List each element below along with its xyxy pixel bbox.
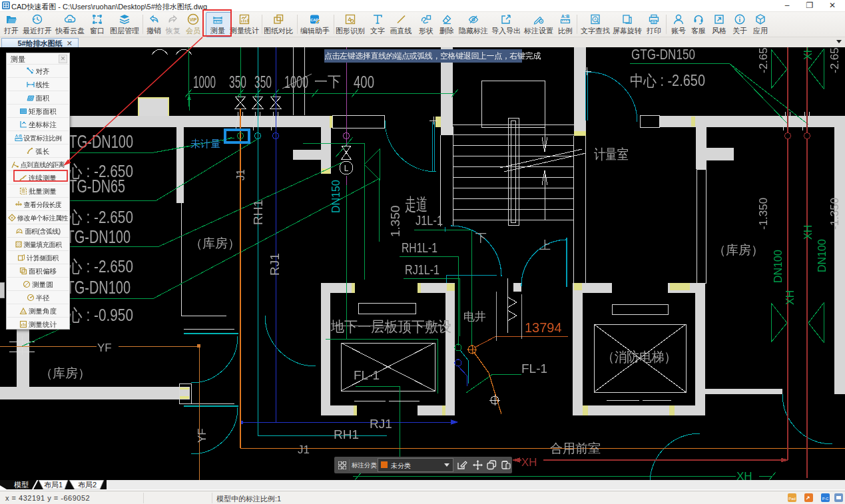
svg-text:XH: XH bbox=[736, 470, 752, 480]
svg-text:（库房）: （库房） bbox=[40, 366, 91, 380]
svg-text:A:B: A:B bbox=[15, 134, 22, 138]
svg-text:XH: XH bbox=[802, 47, 814, 60]
svg-text:RH1L-1: RH1L-1 bbox=[402, 240, 437, 255]
svg-text:350: 350 bbox=[229, 73, 246, 91]
svg-text:RH1: RH1 bbox=[251, 200, 265, 225]
svg-text:计量室: 计量室 bbox=[594, 146, 629, 162]
svg-text:一下: 一下 bbox=[314, 73, 341, 90]
svg-text:400: 400 bbox=[354, 73, 374, 91]
svg-text:RJ1L-1: RJ1L-1 bbox=[405, 262, 439, 277]
svg-text:DN100: DN100 bbox=[816, 239, 828, 272]
svg-text:1000: 1000 bbox=[193, 73, 216, 91]
svg-text:电井: 电井 bbox=[463, 310, 486, 323]
svg-text:350: 350 bbox=[254, 73, 272, 91]
svg-text:下: 下 bbox=[475, 232, 487, 244]
svg-text:13794: 13794 bbox=[525, 320, 562, 335]
svg-text:走道: 走道 bbox=[405, 194, 427, 214]
svg-text:（消防电梯）: （消防电梯） bbox=[602, 350, 677, 364]
svg-text:L: L bbox=[344, 164, 349, 173]
svg-text:上: 上 bbox=[539, 239, 551, 252]
svg-text:XH: XH bbox=[802, 225, 814, 240]
svg-text:布局1: 布局1 bbox=[44, 481, 63, 489]
svg-text:RJ1: RJ1 bbox=[370, 417, 392, 431]
svg-text:-1.350: -1.350 bbox=[757, 198, 770, 230]
svg-text:Pad: Pad bbox=[788, 497, 796, 501]
svg-text:XH: XH bbox=[521, 456, 537, 469]
svg-text:XH: XH bbox=[784, 290, 796, 305]
svg-text:（库房）: （库房） bbox=[713, 243, 764, 257]
svg-text:RJ1: RJ1 bbox=[268, 253, 282, 276]
svg-text:FL-1: FL-1 bbox=[521, 362, 547, 376]
svg-text:合用前室: 合用前室 bbox=[550, 441, 601, 455]
svg-text:A:B: A:B bbox=[561, 14, 569, 19]
svg-text:地下一层板顶下敷设: 地下一层板顶下敷设 bbox=[330, 318, 451, 335]
svg-text:布局2: 布局2 bbox=[78, 481, 97, 489]
svg-text:1.350: 1.350 bbox=[388, 205, 402, 237]
svg-text:-2.650: -2.650 bbox=[757, 47, 770, 73]
svg-text:（库房）: （库房） bbox=[190, 236, 240, 250]
svg-text:GTG-DN150: GTG-DN150 bbox=[631, 47, 695, 63]
svg-text:FL-1: FL-1 bbox=[354, 368, 380, 382]
svg-text:中心 : -2.650: 中心 : -2.650 bbox=[630, 72, 705, 89]
svg-text:J1: J1 bbox=[235, 169, 246, 180]
svg-text:P-C: P-C bbox=[822, 497, 829, 501]
svg-text:-1.350: -1.350 bbox=[828, 198, 841, 230]
svg-text:模型: 模型 bbox=[14, 481, 29, 489]
svg-text:A: A bbox=[594, 17, 597, 21]
svg-text:J1: J1 bbox=[298, 443, 310, 456]
svg-text:DN150: DN150 bbox=[330, 180, 342, 213]
svg-text:VIP: VIP bbox=[190, 17, 197, 22]
svg-text:RH1: RH1 bbox=[334, 427, 359, 441]
svg-text:DN100: DN100 bbox=[772, 250, 784, 283]
svg-text:J1L-1: J1L-1 bbox=[416, 212, 443, 228]
svg-text:YF: YF bbox=[97, 342, 112, 354]
svg-text:YF: YF bbox=[196, 428, 208, 443]
svg-text:未计量: 未计量 bbox=[190, 138, 220, 149]
svg-text:-2.650: -2.650 bbox=[828, 47, 841, 73]
